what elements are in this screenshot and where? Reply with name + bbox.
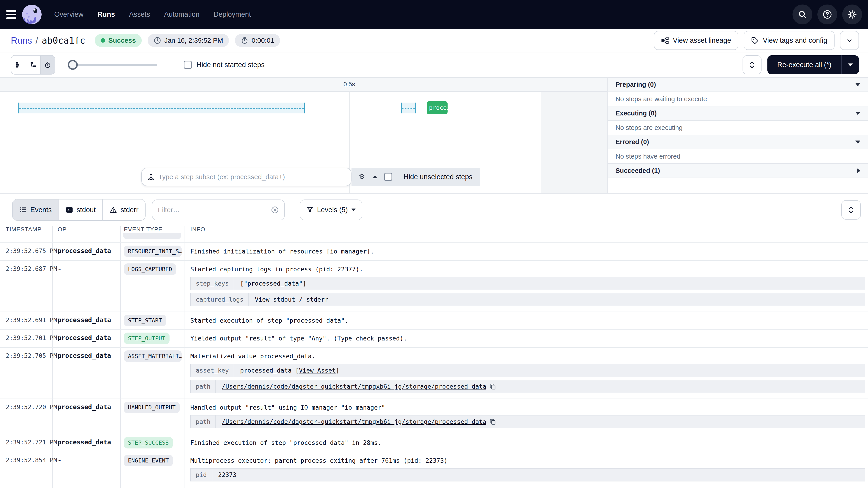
metadata-link[interactable]: /Users/dennis/code/dagster-quickstart/tm… (222, 383, 486, 390)
search-icon (798, 10, 807, 19)
timer-icon (241, 37, 248, 44)
run-id: ab0ca1fc (42, 35, 86, 46)
log-message: Finished initialization of resources [io… (190, 248, 865, 255)
log-op: processed_data (53, 434, 121, 452)
metadata-link[interactable]: View Asset (299, 367, 336, 374)
log-tabs: Events stdout stderr (12, 199, 146, 221)
search-button[interactable] (793, 4, 812, 24)
status-section-title: Errored (0) (616, 138, 855, 146)
expand-collapse-icon (749, 61, 755, 69)
hide-not-started-checkbox-row[interactable]: Hide not started steps (184, 61, 265, 69)
metadata-list: asset_keyprocessed_data [View Asset]path… (190, 364, 865, 393)
hide-unselected-label: Hide unselected steps (403, 173, 472, 181)
copy-icon[interactable] (489, 383, 496, 390)
tab-stdout[interactable]: stdout (59, 199, 102, 220)
hide-not-started-checkbox[interactable] (184, 61, 192, 69)
run-header: Runs / ab0ca1fc Success Jan 16, 2:39:52 … (0, 29, 868, 53)
event-type-badge: STEP_SUCCESS (124, 437, 173, 449)
chevron-down-icon (351, 208, 355, 211)
step-status-panel: Preparing (0)No steps are waiting to exe… (608, 78, 868, 193)
nav-item-runs[interactable]: Runs (97, 10, 115, 19)
warning-icon (110, 206, 117, 214)
slider-handle[interactable] (68, 60, 78, 70)
waterfall-icon (30, 61, 37, 68)
duration-badge: 0:00:01 (235, 34, 280, 47)
metadata-entry: path/Users/dennis/code/dagster-quickstar… (190, 380, 865, 393)
gantt-section: 0.5s proce… Hide unselected steps Prepar… (0, 77, 868, 193)
time-tick-label: 0.5s (343, 81, 355, 88)
view-mode-timed-button[interactable] (40, 56, 55, 74)
panel-resize-button[interactable] (743, 55, 762, 74)
log-toolbar: Events stdout stderr Levels (5) (0, 193, 868, 226)
log-filter-input[interactable] (158, 206, 271, 214)
view-asset-lineage-button[interactable]: View asset lineage (654, 31, 739, 50)
run-actions-dropdown-button[interactable] (840, 31, 859, 50)
nav-item-deployment[interactable]: Deployment (214, 10, 251, 19)
gantt-waiting-bar (18, 103, 305, 113)
help-button[interactable] (817, 4, 837, 24)
status-section-header[interactable]: Errored (0) (608, 135, 868, 149)
levels-filter-button[interactable]: Levels (5) (300, 199, 362, 220)
log-panel-resize-button[interactable] (841, 200, 861, 220)
scrolled-row-sliver-zone (0, 233, 868, 242)
step-selector-icon (147, 173, 155, 181)
stopwatch-icon (44, 61, 51, 68)
caret-down-icon (848, 64, 853, 66)
metadata-key: pid (191, 468, 212, 481)
log-row: 2:39:52.687 PM-LOGS_CAPTUREDStarted capt… (0, 260, 868, 312)
metadata-list: pid22373 (190, 468, 865, 482)
log-row: 2:39:52.857 PM-RUN_SUCCESSFinished execu… (0, 487, 868, 488)
event-type-badge: RESOURCE_INIT_S… (124, 246, 182, 257)
hamburger-menu-icon[interactable] (4, 7, 19, 22)
log-op: processed_data (53, 330, 121, 347)
log-row: 2:39:52.720 PMprocessed_dataHANDLED_OUTP… (0, 398, 868, 434)
step-subset-input[interactable] (158, 173, 346, 181)
step-selector-overlay: Hide unselected steps (141, 168, 480, 186)
reexecute-all-button[interactable]: Re-execute all (*) (767, 55, 859, 74)
metadata-value: ["processed_data"] (240, 280, 306, 287)
gantt-zoom-slider[interactable] (68, 60, 157, 70)
settings-button[interactable] (842, 4, 862, 24)
metadata-key: asset_key (191, 364, 234, 377)
reexecute-options-button[interactable] (841, 55, 859, 74)
status-section-header[interactable]: Executing (0) (608, 106, 868, 121)
nav-item-overview[interactable]: Overview (54, 10, 84, 19)
layers-icon[interactable] (358, 173, 366, 181)
status-section-header[interactable]: Succeeded (1) (608, 164, 868, 178)
status-section-title: Executing (0) (616, 109, 855, 117)
clear-filter-icon[interactable] (271, 206, 279, 214)
metadata-link[interactable]: View stdout / stderr (255, 296, 328, 303)
metadata-link[interactable]: /Users/dennis/code/dagster-quickstart/tm… (222, 418, 486, 425)
clock-icon (153, 37, 161, 44)
copy-icon[interactable] (489, 418, 496, 425)
log-message: Finished execution of step "processed_da… (190, 439, 865, 446)
log-message: Started execution of step "processed_dat… (190, 317, 865, 324)
view-tags-config-button[interactable]: View tags and config (744, 31, 835, 50)
log-timestamp: 2:39:52.720 PM (0, 399, 53, 434)
metadata-entry: step_keys["processed_data"] (190, 277, 865, 290)
step-selector-options: Hide unselected steps (351, 168, 480, 186)
gantt-step-bar-processed-data[interactable]: proce… (427, 101, 447, 114)
nav-item-assets[interactable]: Assets (129, 10, 150, 19)
metadata-entry: path/Users/dennis/code/dagster-quickstar… (190, 415, 865, 428)
view-mode-flat-button[interactable] (11, 56, 26, 74)
log-op: processed_data (53, 399, 121, 434)
hide-unselected-checkbox[interactable] (384, 173, 392, 181)
help-icon (822, 9, 832, 20)
metadata-value: ] (336, 367, 339, 374)
metadata-entry: pid22373 (190, 468, 865, 482)
status-section-header[interactable]: Preparing (0) (608, 78, 868, 92)
tab-stderr[interactable]: stderr (102, 199, 145, 220)
scrolled-pill-fragment (123, 233, 181, 239)
collapse-selector-icon[interactable] (373, 175, 377, 178)
lineage-icon (661, 37, 669, 44)
nav-item-automation[interactable]: Automation (164, 10, 199, 19)
status-section-body: No steps are waiting to execute (608, 92, 868, 106)
dagster-logo[interactable] (22, 5, 41, 24)
view-mode-waterfall-button[interactable] (26, 56, 40, 74)
chevron-down-icon (846, 37, 853, 44)
breadcrumb-runs-link[interactable]: Runs (11, 35, 32, 46)
status-section-body: No steps have errored (608, 149, 868, 164)
tab-events[interactable]: Events (13, 199, 59, 220)
top-navbar: Overview Runs Assets Automation Deployme… (0, 0, 868, 29)
